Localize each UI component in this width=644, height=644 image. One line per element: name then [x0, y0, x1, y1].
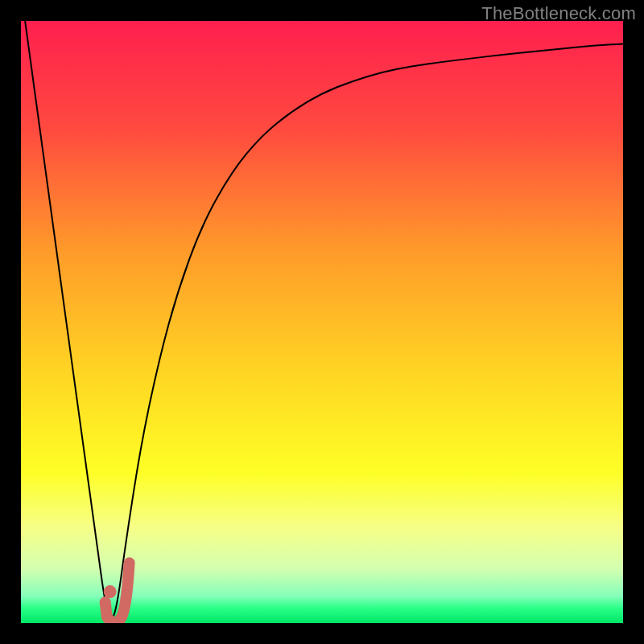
chart-frame: TheBottleneck.com	[0, 0, 644, 644]
gradient-background	[21, 21, 623, 623]
source-watermark: TheBottleneck.com	[481, 3, 636, 24]
plot-area	[21, 21, 623, 623]
chart-svg	[21, 21, 623, 623]
recommended-point-marker	[104, 585, 117, 598]
